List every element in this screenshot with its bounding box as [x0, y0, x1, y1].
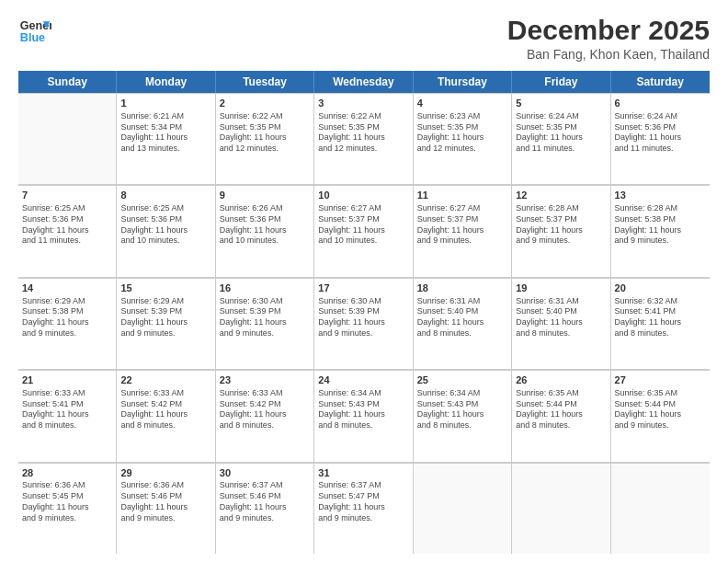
- weekday-header: Tuesday: [216, 71, 314, 93]
- cell-date-number: 8: [120, 189, 210, 202]
- cell-info: Sunrise: 6:32 AM Sunset: 5:41 PM Dayligh…: [615, 296, 706, 339]
- cell-date-number: 31: [318, 466, 408, 480]
- calendar-cell: 5Sunrise: 6:24 AM Sunset: 5:35 PM Daylig…: [512, 93, 610, 184]
- cell-info: Sunrise: 6:27 AM Sunset: 5:37 PM Dayligh…: [318, 203, 408, 247]
- calendar-cell: 18Sunrise: 6:31 AM Sunset: 5:40 PM Dayli…: [414, 278, 512, 369]
- header: General Blue December 2025 Ban Fang, Kho…: [18, 15, 710, 62]
- weekday-header: Friday: [512, 71, 610, 93]
- cell-date-number: 22: [120, 373, 210, 387]
- calendar-cell: 1Sunrise: 6:21 AM Sunset: 5:34 PM Daylig…: [117, 93, 215, 184]
- cell-info: Sunrise: 6:24 AM Sunset: 5:35 PM Dayligh…: [516, 111, 606, 155]
- cell-date-number: 2: [220, 97, 310, 110]
- calendar-cell: 7Sunrise: 6:25 AM Sunset: 5:36 PM Daylig…: [18, 185, 117, 276]
- cell-info: Sunrise: 6:28 AM Sunset: 5:38 PM Dayligh…: [615, 203, 706, 247]
- cell-date-number: 14: [22, 282, 112, 295]
- cell-info: Sunrise: 6:29 AM Sunset: 5:39 PM Dayligh…: [120, 296, 210, 339]
- calendar-cell: 16Sunrise: 6:30 AM Sunset: 5:39 PM Dayli…: [216, 278, 314, 369]
- cell-date-number: 11: [417, 189, 507, 202]
- cell-info: Sunrise: 6:30 AM Sunset: 5:39 PM Dayligh…: [220, 296, 310, 339]
- cell-info: Sunrise: 6:25 AM Sunset: 5:36 PM Dayligh…: [120, 203, 210, 247]
- calendar-cell: 13Sunrise: 6:28 AM Sunset: 5:38 PM Dayli…: [611, 185, 710, 276]
- calendar-header: SundayMondayTuesdayWednesdayThursdayFrid…: [18, 71, 710, 93]
- cell-date-number: 6: [615, 97, 706, 110]
- cell-info: Sunrise: 6:21 AM Sunset: 5:34 PM Dayligh…: [120, 111, 210, 155]
- cell-date-number: 26: [516, 373, 606, 387]
- cell-date-number: 3: [318, 97, 408, 110]
- calendar-cell: 3Sunrise: 6:22 AM Sunset: 5:35 PM Daylig…: [314, 93, 413, 184]
- cell-date-number: 13: [615, 189, 706, 202]
- calendar-row: 14Sunrise: 6:29 AM Sunset: 5:38 PM Dayli…: [18, 278, 710, 370]
- logo: General Blue: [18, 15, 51, 48]
- calendar-cell: [414, 463, 512, 554]
- cell-date-number: 28: [22, 466, 112, 480]
- cell-info: Sunrise: 6:35 AM Sunset: 5:44 PM Dayligh…: [615, 388, 706, 431]
- cell-date-number: 1: [120, 97, 210, 110]
- cell-date-number: 4: [417, 97, 507, 110]
- calendar-body: 1Sunrise: 6:21 AM Sunset: 5:34 PM Daylig…: [18, 93, 710, 554]
- calendar-cell: 22Sunrise: 6:33 AM Sunset: 5:42 PM Dayli…: [117, 370, 215, 461]
- cell-info: Sunrise: 6:31 AM Sunset: 5:40 PM Dayligh…: [516, 296, 606, 339]
- calendar-cell: [18, 93, 117, 184]
- cell-date-number: 23: [220, 373, 310, 387]
- cell-date-number: 30: [220, 466, 310, 480]
- calendar-cell: 6Sunrise: 6:24 AM Sunset: 5:36 PM Daylig…: [611, 93, 710, 184]
- calendar-cell: 23Sunrise: 6:33 AM Sunset: 5:42 PM Dayli…: [216, 370, 314, 461]
- cell-date-number: 21: [22, 373, 112, 387]
- cell-info: Sunrise: 6:31 AM Sunset: 5:40 PM Dayligh…: [417, 296, 507, 339]
- cell-date-number: 27: [615, 373, 706, 387]
- calendar-cell: 30Sunrise: 6:37 AM Sunset: 5:46 PM Dayli…: [216, 463, 314, 554]
- cell-date-number: 24: [318, 373, 408, 387]
- calendar-row: 28Sunrise: 6:36 AM Sunset: 5:45 PM Dayli…: [18, 463, 710, 554]
- calendar-cell: 20Sunrise: 6:32 AM Sunset: 5:41 PM Dayli…: [611, 278, 710, 369]
- calendar-cell: 27Sunrise: 6:35 AM Sunset: 5:44 PM Dayli…: [611, 370, 710, 461]
- cell-info: Sunrise: 6:37 AM Sunset: 5:46 PM Dayligh…: [220, 480, 310, 523]
- cell-date-number: 10: [318, 189, 408, 202]
- calendar-cell: [611, 463, 710, 554]
- cell-date-number: 18: [417, 282, 507, 295]
- calendar-cell: 26Sunrise: 6:35 AM Sunset: 5:44 PM Dayli…: [512, 370, 610, 461]
- calendar-cell: 19Sunrise: 6:31 AM Sunset: 5:40 PM Dayli…: [512, 278, 610, 369]
- calendar-cell: 28Sunrise: 6:36 AM Sunset: 5:45 PM Dayli…: [18, 463, 117, 554]
- calendar-cell: 15Sunrise: 6:29 AM Sunset: 5:39 PM Dayli…: [117, 278, 215, 369]
- calendar-cell: 10Sunrise: 6:27 AM Sunset: 5:37 PM Dayli…: [314, 185, 413, 276]
- cell-date-number: 5: [516, 97, 606, 110]
- logo-icon: General Blue: [18, 15, 51, 48]
- cell-info: Sunrise: 6:34 AM Sunset: 5:43 PM Dayligh…: [417, 388, 507, 431]
- cell-info: Sunrise: 6:23 AM Sunset: 5:35 PM Dayligh…: [417, 111, 507, 155]
- cell-info: Sunrise: 6:27 AM Sunset: 5:37 PM Dayligh…: [417, 203, 507, 247]
- cell-date-number: 29: [120, 466, 210, 480]
- cell-date-number: 17: [318, 282, 408, 295]
- weekday-header: Thursday: [414, 71, 512, 93]
- cell-date-number: 9: [220, 189, 310, 202]
- cell-date-number: 7: [22, 189, 112, 202]
- svg-text:Blue: Blue: [20, 31, 45, 44]
- calendar-row: 7Sunrise: 6:25 AM Sunset: 5:36 PM Daylig…: [18, 185, 710, 277]
- cell-info: Sunrise: 6:25 AM Sunset: 5:36 PM Dayligh…: [22, 203, 112, 247]
- calendar-row: 21Sunrise: 6:33 AM Sunset: 5:41 PM Dayli…: [18, 370, 710, 462]
- calendar-row: 1Sunrise: 6:21 AM Sunset: 5:34 PM Daylig…: [18, 93, 710, 185]
- cell-info: Sunrise: 6:26 AM Sunset: 5:36 PM Dayligh…: [220, 203, 310, 247]
- page: General Blue December 2025 Ban Fang, Kho…: [0, 0, 728, 563]
- cell-date-number: 25: [417, 373, 507, 387]
- calendar-cell: 24Sunrise: 6:34 AM Sunset: 5:43 PM Dayli…: [314, 370, 413, 461]
- cell-date-number: 20: [615, 282, 706, 295]
- calendar-cell: 2Sunrise: 6:22 AM Sunset: 5:35 PM Daylig…: [216, 93, 314, 184]
- calendar-cell: 17Sunrise: 6:30 AM Sunset: 5:39 PM Dayli…: [314, 278, 413, 369]
- calendar-cell: 21Sunrise: 6:33 AM Sunset: 5:41 PM Dayli…: [18, 370, 117, 461]
- cell-info: Sunrise: 6:36 AM Sunset: 5:45 PM Dayligh…: [22, 480, 112, 523]
- cell-info: Sunrise: 6:24 AM Sunset: 5:36 PM Dayligh…: [615, 111, 706, 155]
- cell-date-number: 12: [516, 189, 606, 202]
- cell-date-number: 16: [220, 282, 310, 295]
- calendar: SundayMondayTuesdayWednesdayThursdayFrid…: [18, 71, 710, 554]
- title-block: December 2025 Ban Fang, Khon Kaen, Thail…: [507, 15, 710, 62]
- weekday-header: Sunday: [18, 71, 117, 93]
- cell-date-number: 15: [120, 282, 210, 295]
- weekday-header: Wednesday: [314, 71, 413, 93]
- calendar-cell: 11Sunrise: 6:27 AM Sunset: 5:37 PM Dayli…: [414, 185, 512, 276]
- cell-info: Sunrise: 6:28 AM Sunset: 5:37 PM Dayligh…: [516, 203, 606, 247]
- cell-info: Sunrise: 6:33 AM Sunset: 5:42 PM Dayligh…: [220, 388, 310, 431]
- calendar-cell: 9Sunrise: 6:26 AM Sunset: 5:36 PM Daylig…: [216, 185, 314, 276]
- cell-info: Sunrise: 6:37 AM Sunset: 5:47 PM Dayligh…: [318, 480, 408, 523]
- calendar-cell: 14Sunrise: 6:29 AM Sunset: 5:38 PM Dayli…: [18, 278, 117, 369]
- cell-date-number: 19: [516, 282, 606, 295]
